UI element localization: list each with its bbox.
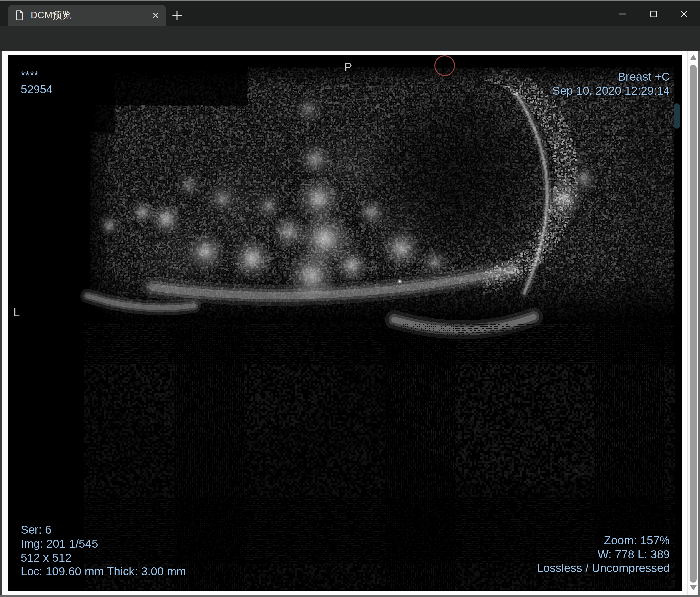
series-number: Ser: 6 bbox=[21, 523, 186, 537]
overlay-top-left: **** 52954 bbox=[21, 68, 53, 96]
overlay-bottom-left: Ser: 6 Img: 201 1/545 512 x 512 Loc: 109… bbox=[21, 523, 186, 578]
overlay-top-right: Breast +C Sep 10, 2020 12:29:14 bbox=[552, 70, 670, 98]
study-datetime: Sep 10, 2020 12:29:14 bbox=[552, 84, 670, 98]
scrollbar-thumb[interactable] bbox=[690, 65, 697, 583]
browser-window: DCM预览 ht bbox=[0, 0, 700, 597]
image-matrix: 512 x 512 bbox=[21, 550, 186, 565]
browser-tab[interactable]: DCM预览 bbox=[8, 5, 166, 26]
dicom-image-canvas bbox=[8, 55, 682, 591]
image-index: Img: 201 1/545 bbox=[21, 537, 186, 550]
browser-scrollbar[interactable] bbox=[688, 51, 698, 595]
annotation-circle bbox=[434, 55, 455, 76]
compression-info: Lossless / Uncompressed bbox=[537, 561, 670, 575]
slice-position-indicator[interactable] bbox=[674, 103, 680, 129]
window-bottom-border bbox=[0, 595, 700, 597]
tab-strip: DCM预览 bbox=[0, 1, 700, 26]
slice-location: Loc: 109.60 mm Thick: 3.00 mm bbox=[21, 565, 186, 578]
scrollbar-down-arrow-icon[interactable] bbox=[690, 586, 697, 590]
patient-id-masked: **** bbox=[21, 68, 53, 82]
patient-number: 52954 bbox=[21, 82, 53, 96]
window-minimize-button[interactable] bbox=[612, 6, 633, 22]
tab-title: DCM预览 bbox=[30, 9, 151, 22]
window-level: W: 778 L: 389 bbox=[537, 547, 670, 561]
zoom-level: Zoom: 157% bbox=[537, 533, 670, 547]
window-maximize-button[interactable] bbox=[643, 6, 664, 22]
page-document-icon bbox=[15, 10, 24, 21]
window-left-border bbox=[0, 51, 2, 595]
orientation-marker-posterior: P bbox=[344, 60, 352, 74]
window-close-button[interactable] bbox=[673, 6, 695, 22]
scrollbar-up-arrow-icon[interactable] bbox=[690, 55, 697, 60]
orientation-marker-left: L bbox=[13, 306, 20, 319]
study-description: Breast +C bbox=[552, 70, 670, 84]
tab-close-icon[interactable] bbox=[151, 11, 160, 20]
overlay-bottom-right: Zoom: 157% W: 778 L: 389 Lossless / Unco… bbox=[537, 533, 670, 575]
navigation-toolbar: https://file.kkview.cn/onlinePreview?url… bbox=[0, 26, 700, 51]
new-tab-button[interactable] bbox=[170, 8, 184, 22]
